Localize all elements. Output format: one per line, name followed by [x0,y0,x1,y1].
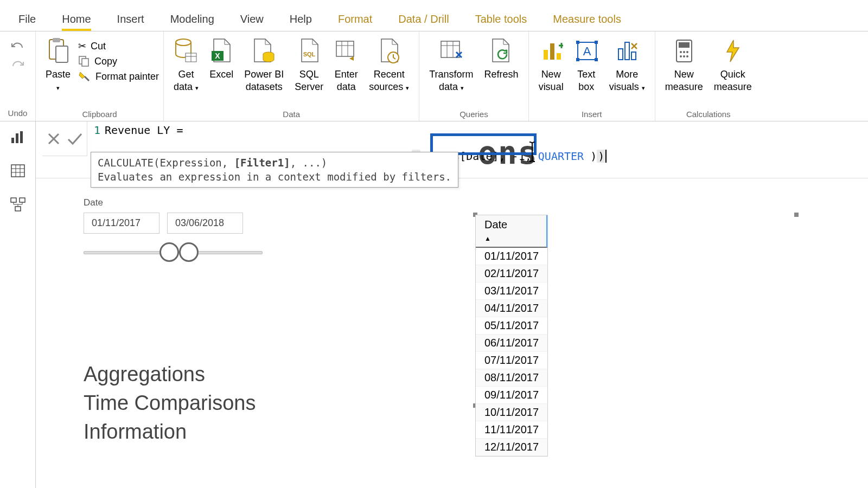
excel-button[interactable]: X Excel [204,34,239,82]
sql-server-button[interactable]: SQL SQL Server [289,34,329,95]
group-label-queries: Queries [424,108,524,120]
paintbrush-icon [78,70,91,82]
svg-point-40 [683,55,685,57]
quick-measure-icon [722,35,744,67]
svg-rect-43 [16,133,18,143]
copy-button[interactable]: Copy [78,55,159,67]
date-table-visual[interactable]: Date▲ 01/11/201702/11/201703/11/201704/1… [475,215,548,457]
formula-bar: 1 Revenue LY = 2 CALCULATE( [Total Reven… [36,121,868,178]
group-label-insert: Insert [533,108,650,120]
copy-icon [78,55,90,67]
new-visual-icon [539,35,563,67]
ribbon-tabs: File Home Insert Modeling View Help Form… [0,0,868,31]
slicer-from-date[interactable]: 01/11/2017 [84,213,159,234]
model-view-button[interactable] [9,195,27,214]
slicer-title: Date [84,197,263,208]
quick-measure-button[interactable]: Quick measure [709,34,757,95]
svg-rect-1 [53,38,60,42]
tab-help[interactable]: Help [290,13,312,31]
table-row[interactable]: 11/11/2017 [476,421,547,439]
formula-editor[interactable]: 1 Revenue LY = 2 CALCULATE( [Total Reven… [87,121,868,178]
new-measure-button[interactable]: New measure [660,34,709,95]
recent-sources-button[interactable]: Recent sources ▾ [363,34,414,95]
table-row[interactable]: 05/11/2017 [476,317,547,335]
database-icon [174,35,199,67]
group-clipboard: Paste▾ ✂ Cut Copy Format painte [36,31,164,121]
svg-rect-13 [336,41,354,56]
group-label-undo: Undo [8,106,28,120]
transform-data-button[interactable]: Transform data ▾ [424,34,478,95]
table-row[interactable]: 06/11/2017 [476,335,547,352]
svg-rect-27 [595,41,598,44]
text-box-button[interactable]: A Text box [569,34,604,95]
group-queries: Transform data ▾ Refresh Queries [419,31,528,121]
more-visuals-button[interactable]: More visuals ▾ [604,34,650,95]
svg-text:A: A [583,44,591,58]
table-row[interactable]: 02/11/2017 [476,265,547,282]
table-row[interactable]: 03/11/2017 [476,282,547,300]
svg-point-38 [686,51,688,53]
tab-home[interactable]: Home [62,13,91,31]
svg-point-41 [686,55,688,57]
new-visual-button[interactable]: New visual [533,34,569,95]
table-row[interactable]: 12/11/2017 [476,439,547,456]
formula-line-1: Revenue LY = [105,124,183,137]
sort-asc-icon: ▲ [484,235,491,242]
slicer-slider[interactable] [84,241,263,263]
svg-rect-23 [550,43,554,60]
slider-handle-left[interactable] [159,242,179,262]
tab-table-tools[interactable]: Table tools [475,13,527,31]
tab-modeling[interactable]: Modeling [170,13,214,31]
refresh-icon [489,35,513,67]
report-view-button[interactable] [9,128,27,146]
table-row[interactable]: 04/11/2017 [476,300,547,317]
tab-insert[interactable]: Insert [117,13,144,31]
text-item-information: Information [84,418,256,446]
tab-file[interactable]: File [18,13,36,31]
tab-view[interactable]: View [240,13,264,31]
data-view-button[interactable] [9,162,27,180]
tab-measure-tools[interactable]: Measure tools [553,13,621,31]
table-row[interactable]: 01/11/2017 [476,248,547,265]
tab-data-drill[interactable]: Data / Drill [398,13,449,31]
selection-handle-top-right[interactable] [794,213,799,217]
scissors-icon: ✂ [78,40,86,52]
table-row[interactable]: 09/11/2017 [476,387,547,404]
undo-button[interactable] [10,41,25,54]
slicer-to-date[interactable]: 03/06/2018 [167,213,243,234]
refresh-button[interactable]: Refresh [479,34,524,82]
table-row[interactable]: 08/11/2017 [476,369,547,387]
date-slicer[interactable]: Date 01/11/2017 03/06/2018 [84,197,263,263]
svg-rect-33 [631,52,636,60]
table-row[interactable]: 07/11/2017 [476,352,547,369]
date-column-header[interactable]: Date▲ [476,215,547,248]
gutter-line-1: 1 [93,124,105,137]
paste-button[interactable]: Paste▾ [40,34,76,95]
group-undo: Undo [0,31,36,121]
text-item-time-comparisons: Time Comparisons [84,389,256,418]
formula-commit-button[interactable] [66,132,82,146]
calculator-icon [674,35,694,67]
svg-text:X: X [215,52,220,60]
enter-data-button[interactable]: Enter data [329,34,363,95]
table-row[interactable]: 10/11/2017 [476,404,547,421]
text-box-visual[interactable]: Aggregations Time Comparisons Informatio… [84,360,256,447]
report-canvas[interactable]: 1 Revenue LY = 2 CALCULATE( [Total Reven… [36,121,868,488]
svg-point-39 [680,55,682,57]
svg-rect-35 [679,42,690,48]
slider-handle-right[interactable] [179,242,199,262]
text-cursor-icon [528,141,538,163]
pbi-datasets-button[interactable]: Power BI datasets [239,34,289,95]
svg-rect-26 [576,41,579,44]
format-painter-button[interactable]: Format painter [78,70,159,82]
svg-rect-51 [20,198,25,202]
pbi-dataset-icon [252,35,276,67]
sql-icon: SQL [298,35,320,67]
formula-cancel-button[interactable] [47,132,61,146]
get-data-button[interactable]: Get data ▾ [168,34,204,95]
tab-format[interactable]: Format [338,13,372,31]
cut-button[interactable]: ✂ Cut [78,40,159,52]
excel-icon: X [210,35,232,67]
redo-button[interactable] [10,60,25,73]
view-rail [0,121,36,488]
